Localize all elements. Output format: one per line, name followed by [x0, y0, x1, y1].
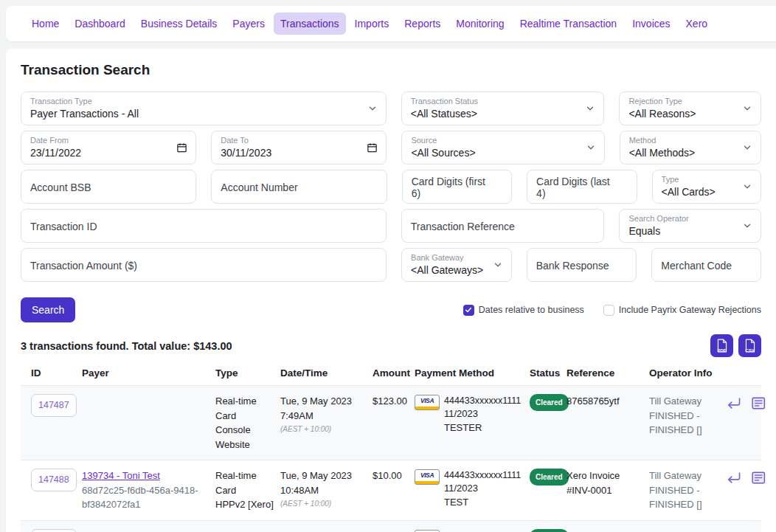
nav-item-business-details[interactable]: Business Details	[134, 13, 224, 35]
nav-item-reports[interactable]: Reports	[398, 13, 447, 35]
nav-item-invoices[interactable]: Invoices	[626, 13, 676, 35]
nav-item-transactions[interactable]: Transactions	[274, 13, 346, 35]
calendar-icon[interactable]	[176, 142, 187, 153]
type-cell: Real-time Card HPPv2 [Xero]	[215, 529, 280, 532]
status-badge: Cleared	[530, 529, 569, 532]
table-body: 147487 Real-time Card Console Website Tu…	[21, 385, 761, 532]
status-badge: Cleared	[530, 469, 569, 486]
field-placeholder: Account BSB	[30, 182, 91, 193]
main-content: Transaction Search Transaction Type Paye…	[6, 49, 776, 532]
nav-item-dashboard[interactable]: Dashboard	[68, 13, 132, 35]
chevron-down-icon	[367, 103, 378, 114]
chevron-down-icon	[493, 260, 503, 270]
table-header: ID Payer Type Date/Time Amount Payment M…	[21, 367, 761, 385]
nav-item-monitoring[interactable]: Monitoring	[449, 13, 510, 35]
field-value: Equals	[628, 224, 740, 238]
date-to-input[interactable]: Date To 30/11/2023	[211, 131, 387, 165]
field-value: <All Cards>	[662, 185, 740, 199]
type-cell: Real-time Card Console Website	[215, 394, 280, 452]
id-cell: 147488	[31, 469, 82, 512]
nav-item-xero[interactable]: Xero	[679, 13, 715, 35]
card-digits-first6-input[interactable]: Card Digits (first 6)	[402, 170, 512, 204]
payer-uuid: 68d72c25-f6db-456a-9418-bf3842072fa1	[82, 483, 209, 512]
transaction-id-chip[interactable]: 147488	[31, 469, 77, 491]
source-select[interactable]: Source <All Sources>	[401, 131, 604, 165]
time-text: 10:48AM	[280, 483, 367, 498]
card-type-select[interactable]: Type <All Cards>	[652, 170, 761, 204]
nav-item-payers[interactable]: Payers	[226, 13, 271, 35]
bank-gateway-select[interactable]: Bank Gateway <All Gateways>	[401, 248, 512, 282]
search-button[interactable]: Search	[21, 297, 75, 322]
field-value: <All Reasons>	[628, 107, 740, 121]
checkbox-label: Include Payrix Gateway Rejections	[619, 305, 761, 315]
field-label: Date To	[221, 136, 365, 145]
field-value: <All Methods>	[629, 146, 740, 160]
refund-return-icon[interactable]	[725, 471, 742, 486]
field-label: Date From	[30, 136, 175, 145]
method-select[interactable]: Method <All Methods>	[620, 131, 761, 165]
field-placeholder: Transaction Amount ($)	[30, 260, 137, 272]
search-operator-select[interactable]: Search Operator Equals	[619, 209, 761, 243]
datetime-cell: Tue, 9 May 2023 10:48AM (AEST + 10:00)	[280, 469, 373, 512]
checkbox-label: Dates relative to business	[479, 305, 584, 315]
transaction-details-icon[interactable]	[751, 396, 766, 410]
field-placeholder: Card Digits (first 6)	[412, 176, 491, 199]
timezone-text: (AEST + 10:00)	[280, 498, 367, 509]
transaction-reference-input[interactable]: Transaction Reference	[401, 209, 605, 243]
merchant-code-input[interactable]: Merchant Code	[651, 248, 761, 282]
date-from-input[interactable]: Date From 23/11/2022	[21, 131, 196, 165]
include-payrix-rejections-checkbox[interactable]: Include Payrix Gateway Rejections	[603, 305, 761, 316]
col-header-type: Type	[215, 367, 280, 379]
transaction-id-chip[interactable]: 147487	[31, 394, 77, 417]
file-type-label: CSV	[738, 348, 761, 353]
transaction-details-icon[interactable]	[751, 471, 766, 485]
col-header-amount: Amount	[373, 367, 415, 379]
status-cell: Cleared	[530, 469, 567, 512]
row-actions-cell	[725, 394, 772, 452]
checkbox-unchecked-icon[interactable]	[603, 305, 614, 316]
field-value: <All Sources>	[411, 146, 583, 160]
field-label: Source	[411, 136, 583, 145]
transaction-id-chip[interactable]: 147489	[31, 529, 77, 532]
date-text: Tue, 9 May 2023	[280, 469, 367, 483]
payer-link[interactable]: 139734 - Toni Test	[82, 470, 160, 481]
date-text: Tue, 16 May 2023	[280, 529, 367, 532]
transaction-status-select[interactable]: Transaction Status <All Statuses>	[401, 91, 605, 125]
transaction-amount-input[interactable]: Transaction Amount ($)	[21, 248, 387, 282]
table-row: 147487 Real-time Card Console Website Tu…	[21, 385, 761, 460]
bank-response-input[interactable]: Bank Response	[527, 248, 637, 282]
checkbox-checked-icon[interactable]	[463, 305, 474, 316]
col-header-id: ID	[31, 367, 82, 379]
reference-cell: Xero Invoice #INV-0002	[567, 529, 649, 532]
field-value: <All Statuses>	[411, 107, 583, 121]
card-digits-last4-input[interactable]: Card Digits (last 4)	[527, 170, 637, 204]
row-actions-cell	[725, 469, 772, 512]
chevron-down-icon	[742, 182, 752, 192]
card-expiry: 11/2023	[444, 407, 521, 421]
account-number-input[interactable]: Account Number	[211, 170, 387, 204]
field-placeholder: Bank Response	[536, 260, 609, 272]
col-header-datetime: Date/Time	[280, 367, 373, 379]
dates-relative-checkbox[interactable]: Dates relative to business	[463, 305, 584, 316]
field-label: Search Operator	[628, 214, 740, 224]
reference-cell: 87658765ytf	[567, 394, 649, 452]
top-nav: Home Dashboard Business Details Payers T…	[6, 6, 776, 41]
calendar-icon[interactable]	[367, 142, 378, 153]
col-header-status: Status	[530, 367, 567, 379]
operator-info-cell: Till Gateway FINISHED - FINISHED []	[649, 469, 725, 512]
status-cell: Cleared	[530, 529, 567, 532]
export-pdf-button[interactable]: PDF	[710, 334, 733, 357]
transactions-table: ID Payer Type Date/Time Amount Payment M…	[21, 367, 761, 532]
nav-item-realtime-transaction[interactable]: Realtime Transaction	[513, 13, 624, 35]
account-bsb-input[interactable]: Account BSB	[21, 170, 196, 204]
refund-return-icon[interactable]	[725, 396, 742, 411]
export-csv-button[interactable]: CSV	[738, 334, 761, 357]
nav-item-home[interactable]: Home	[25, 13, 66, 35]
transaction-type-select[interactable]: Transaction Type Payer Transactions - Al…	[21, 91, 387, 125]
field-value: 30/11/2023	[221, 146, 365, 160]
nav-item-imports[interactable]: Imports	[348, 13, 396, 35]
rejection-type-select[interactable]: Rejection Type <All Reasons>	[619, 91, 761, 125]
payer-cell	[82, 394, 215, 452]
transaction-id-input[interactable]: Transaction ID	[21, 209, 387, 243]
datetime-cell: Tue, 16 May 2023 1:12PM (AEST + 10:00)	[280, 529, 373, 532]
